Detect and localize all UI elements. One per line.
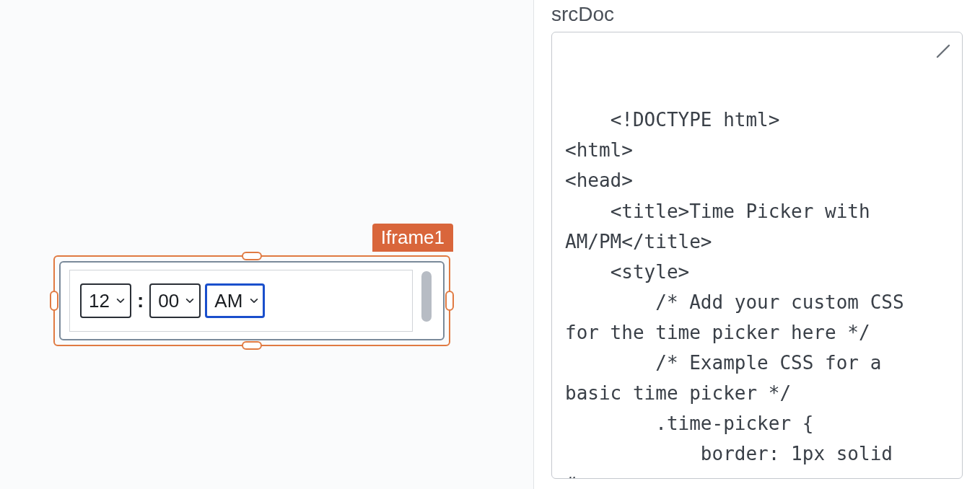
- time-picker-container: 12 : 00 AM: [69, 270, 413, 332]
- code-line: <!DOCTYPE html>: [611, 109, 780, 131]
- code-line: <html>: [565, 139, 633, 161]
- resize-handle-left[interactable]: [50, 291, 58, 311]
- iframe-scrollbar[interactable]: [419, 270, 434, 332]
- scrollbar-thumb[interactable]: [421, 271, 432, 322]
- expand-icon[interactable]: [935, 43, 952, 60]
- ampm-select[interactable]: AM: [205, 283, 265, 318]
- time-separator: :: [136, 289, 145, 312]
- properties-panel: srcDoc <!DOCTYPE html> <html> <head> <ti…: [534, 0, 980, 489]
- iframe-preview: 12 : 00 AM: [59, 261, 445, 340]
- code-line: <head>: [565, 169, 633, 191]
- resize-handle-bottom[interactable]: [242, 341, 262, 350]
- hours-select[interactable]: 12: [80, 283, 131, 318]
- component-label-badge[interactable]: Iframe1: [372, 224, 453, 252]
- prop-label-srcdoc: srcDoc: [551, 3, 963, 26]
- minutes-select-wrap: 00: [149, 283, 201, 318]
- canvas-panel: Iframe1 12 : 00: [0, 0, 534, 489]
- code-line: <title>Time Picker with AM/PM</title>: [565, 201, 881, 252]
- ampm-select-wrap: AM: [205, 283, 265, 318]
- selection-outline: 12 : 00 AM: [53, 255, 450, 346]
- code-line: border: 1px solid #ccc;: [565, 443, 904, 479]
- code-line: .time-picker {: [565, 413, 813, 434]
- code-line: /* Add your custom CSS for the time pick…: [565, 291, 915, 343]
- resize-handle-top[interactable]: [242, 252, 262, 260]
- code-line: <style>: [565, 261, 689, 283]
- code-line: /* Example CSS for a basic time picker *…: [565, 352, 893, 404]
- resize-handle-right[interactable]: [445, 291, 454, 311]
- srcdoc-code-editor[interactable]: <!DOCTYPE html> <html> <head> <title>Tim…: [551, 32, 963, 479]
- minutes-select[interactable]: 00: [149, 283, 201, 318]
- hours-select-wrap: 12: [80, 283, 131, 318]
- iframe-component[interactable]: Iframe1 12 : 00: [53, 255, 450, 346]
